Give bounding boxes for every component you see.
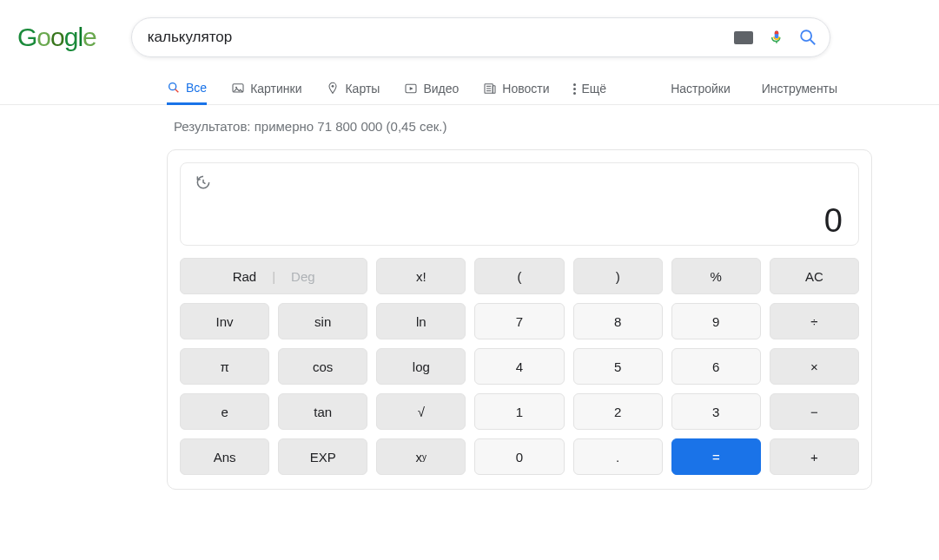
key-6[interactable]: 6 bbox=[671, 348, 761, 385]
calc-display-value: 0 bbox=[824, 202, 843, 240]
tab-news-label: Новости bbox=[502, 82, 549, 96]
key-8[interactable]: 8 bbox=[573, 303, 663, 339]
key-ln[interactable]: ln bbox=[376, 303, 466, 339]
tab-news[interactable]: Новости bbox=[483, 73, 549, 104]
key-e[interactable]: e bbox=[180, 393, 269, 430]
key-ans[interactable]: Ans bbox=[180, 438, 269, 475]
key-sqrt[interactable]: √ bbox=[376, 393, 466, 430]
tab-images[interactable]: Картинки bbox=[231, 73, 301, 104]
key-cos[interactable]: cos bbox=[278, 348, 367, 385]
tab-maps-label: Карты bbox=[345, 82, 380, 96]
key-power[interactable]: xy bbox=[376, 438, 466, 475]
key-multiply[interactable]: × bbox=[770, 348, 859, 385]
tab-more[interactable]: Ещё bbox=[573, 73, 606, 104]
link-settings-label: Настройки bbox=[671, 82, 731, 96]
keyboard-icon[interactable] bbox=[734, 31, 753, 44]
key-exp[interactable]: EXP bbox=[278, 438, 367, 475]
key-0[interactable]: 0 bbox=[474, 438, 564, 475]
key-inv[interactable]: Inv bbox=[180, 303, 269, 339]
key-lparen[interactable]: ( bbox=[474, 258, 564, 294]
result-stats: Результатов: примерно 71 800 000 (0,45 с… bbox=[0, 105, 939, 134]
tab-maps[interactable]: Карты bbox=[326, 73, 380, 104]
key-sin[interactable]: sin bbox=[278, 303, 367, 339]
key-1[interactable]: 1 bbox=[474, 393, 564, 430]
key-tan[interactable]: tan bbox=[278, 393, 367, 430]
calc-display: 0 bbox=[180, 162, 859, 246]
tab-more-label: Ещё bbox=[581, 82, 606, 96]
key-percent[interactable]: % bbox=[671, 258, 761, 294]
svg-point-2 bbox=[169, 83, 176, 90]
tab-images-label: Картинки bbox=[250, 82, 301, 96]
key-deg-label: Deg bbox=[291, 269, 315, 284]
search-tabs: Все Картинки Карты Видео Новости Ещё Нас… bbox=[0, 57, 939, 105]
tab-videos[interactable]: Видео bbox=[404, 73, 459, 104]
history-icon[interactable] bbox=[195, 174, 212, 191]
link-tools-label: Инструменты bbox=[762, 82, 837, 96]
key-3[interactable]: 3 bbox=[671, 393, 761, 430]
tab-all[interactable]: Все bbox=[167, 74, 207, 105]
calculator-card: 0 Rad | Deg x! ( ) % AC Inv sin ln 7 8 9… bbox=[167, 149, 872, 490]
key-4[interactable]: 4 bbox=[474, 348, 564, 385]
key-dot[interactable]: . bbox=[573, 438, 663, 475]
tab-all-label: Все bbox=[186, 81, 207, 95]
key-subtract[interactable]: − bbox=[770, 393, 859, 430]
key-2[interactable]: 2 bbox=[573, 393, 663, 430]
key-7[interactable]: 7 bbox=[474, 303, 564, 339]
key-rad-label: Rad bbox=[233, 269, 257, 284]
svg-rect-9 bbox=[493, 86, 496, 94]
key-equals[interactable]: = bbox=[671, 438, 761, 475]
svg-point-6 bbox=[332, 85, 334, 88]
key-log[interactable]: log bbox=[376, 348, 466, 385]
key-ac[interactable]: AC bbox=[770, 258, 859, 294]
key-factorial[interactable]: x! bbox=[376, 258, 466, 294]
voice-search-icon[interactable] bbox=[769, 28, 783, 47]
search-input[interactable] bbox=[148, 29, 725, 46]
search-icon[interactable] bbox=[798, 28, 817, 47]
key-9[interactable]: 9 bbox=[671, 303, 761, 339]
link-settings[interactable]: Настройки bbox=[671, 73, 731, 104]
key-add[interactable]: + bbox=[770, 438, 859, 475]
key-rad-deg[interactable]: Rad | Deg bbox=[180, 258, 367, 294]
link-tools[interactable]: Инструменты bbox=[762, 73, 837, 104]
key-5[interactable]: 5 bbox=[573, 348, 663, 385]
google-logo[interactable]: Google bbox=[17, 23, 96, 52]
key-divide[interactable]: ÷ bbox=[770, 303, 859, 339]
svg-point-0 bbox=[801, 30, 811, 41]
search-bar[interactable] bbox=[131, 17, 830, 57]
key-pi[interactable]: π bbox=[180, 348, 269, 385]
key-rparen[interactable]: ) bbox=[573, 258, 663, 294]
tab-videos-label: Видео bbox=[423, 82, 459, 96]
svg-line-3 bbox=[175, 89, 179, 93]
more-icon bbox=[573, 83, 576, 95]
calc-keypad: Rad | Deg x! ( ) % AC Inv sin ln 7 8 9 ÷… bbox=[180, 258, 859, 475]
svg-line-1 bbox=[810, 40, 816, 45]
